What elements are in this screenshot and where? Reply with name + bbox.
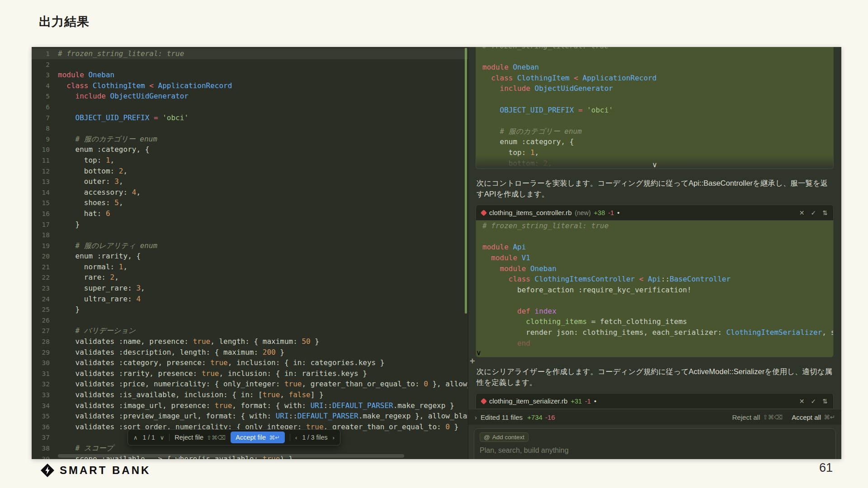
added-lines-count: +31 <box>571 398 582 405</box>
accept-file-icon[interactable]: ✓ <box>811 398 816 405</box>
accept-file-button[interactable]: Accept file ⌘↵ <box>231 432 285 443</box>
horizontal-scrollbar[interactable] <box>58 454 404 458</box>
total-added-count: +734 <box>527 413 542 421</box>
chevron-up-icon[interactable]: ∧ <box>133 434 138 441</box>
reject-all-button[interactable]: Reject all ⇧⌘⌫ <box>732 413 783 421</box>
expand-chevron-icon[interactable]: ∨ <box>476 349 481 357</box>
reject-file-icon[interactable]: ✕ <box>799 209 805 216</box>
unsaved-dot-icon: • <box>617 209 619 216</box>
expand-file-icon[interactable]: ⇅ <box>822 398 828 405</box>
add-context-chip[interactable]: @ Add context <box>480 432 528 442</box>
file-card-header[interactable]: clothing_items_controller.rb (new) +38 -… <box>476 205 833 221</box>
accept-all-shortcut: ⌘↵ <box>824 413 835 421</box>
reject-file-button[interactable]: Reject file ⇧⌘⌫ <box>175 434 226 441</box>
insert-plus-icon[interactable]: + <box>470 356 475 366</box>
file-card-header[interactable]: clothing_item_serializer.rb +31 -1 • ✕ ✓… <box>476 394 833 409</box>
slide-title: 出力結果 <box>39 14 90 30</box>
expand-file-icon[interactable]: ⇅ <box>822 209 828 216</box>
brand-name: SMART BANK <box>60 464 151 477</box>
file-name: clothing_item_serializer.rb <box>489 397 567 405</box>
editor-window: 1# frozen_string_literal: true2 3module … <box>32 47 841 459</box>
accept-all-button[interactable]: Accept all ⌘↵ <box>792 413 835 421</box>
edit-summary-bar: › Edited 11 files +734 -16 Reject all ⇧⌘… <box>468 409 841 425</box>
diff-block-model: # frozen_string_literal: true module One… <box>476 47 834 169</box>
toolbar-divider <box>290 434 290 441</box>
summary-actions: Reject all ⇧⌘⌫ Accept all ⌘↵ <box>732 413 835 421</box>
add-context-label: Add context <box>492 434 524 441</box>
toolbar-divider <box>169 434 170 441</box>
reject-all-label: Reject all <box>732 413 760 421</box>
prev-file-icon[interactable]: ‹ <box>295 434 297 441</box>
files-nav-count: 1 / 3 files <box>302 434 327 441</box>
reject-all-shortcut: ⇧⌘⌫ <box>763 413 783 421</box>
next-file-icon[interactable]: › <box>332 434 334 441</box>
added-lines-count: +38 <box>594 209 605 216</box>
unsaved-dot-icon: • <box>594 397 596 405</box>
assistant-message: 次にコントローラーを実装します。コーディング規約に従ってApi::BaseCon… <box>476 178 833 199</box>
code-lines: 1# frozen_string_literal: true2 3module … <box>32 47 468 459</box>
removed-lines-count: -1 <box>608 209 614 216</box>
ruby-file-icon <box>481 210 487 216</box>
diff-overview-ruler <box>465 48 467 314</box>
collapse-chevron-icon[interactable]: › <box>475 413 477 421</box>
accept-file-shortcut: ⌘↵ <box>269 434 280 441</box>
chat-input-placeholder: Plan, search, build anything <box>480 446 830 455</box>
accept-file-icon[interactable]: ✓ <box>811 209 816 216</box>
lightning-diamond-icon <box>41 464 54 477</box>
reject-file-icon[interactable]: ✕ <box>799 398 805 405</box>
ruby-file-icon <box>481 398 487 404</box>
assistant-message: 次にシリアライザーを作成します。コーディング規約に従ってActiveModel:… <box>476 366 833 388</box>
slide: { "slide": { "title": "出力結果", "brand": "… <box>0 0 868 488</box>
file-card-actions: ✕ ✓ ⇅ <box>799 209 828 216</box>
at-icon: @ <box>484 434 490 441</box>
file-card-actions: ✕ ✓ ⇅ <box>799 398 828 405</box>
edited-files-label: Edited 11 files <box>481 413 523 421</box>
total-removed-count: -16 <box>545 413 555 421</box>
expand-chevron-icon[interactable]: ∨ <box>652 161 657 169</box>
accept-all-label: Accept all <box>792 413 821 421</box>
smartbank-logo: SMART BANK <box>41 464 151 477</box>
removed-lines-count: -1 <box>585 398 591 405</box>
reject-file-shortcut: ⇧⌘⌫ <box>207 434 226 441</box>
diff-code: # frozen_string_literal: true module Api… <box>476 221 833 348</box>
page-number: 61 <box>819 461 833 475</box>
diff-nav-count: 1 / 1 <box>143 434 155 441</box>
chat-composer: › Edited 11 files +734 -16 Reject all ⇧⌘… <box>468 409 841 459</box>
reject-file-label: Reject file <box>175 434 203 441</box>
diff-review-toolbar: ∧ 1 / 1 ∨ Reject file ⇧⌘⌫ Accept file ⌘↵… <box>127 429 340 446</box>
file-name: clothing_items_controller.rb <box>489 209 572 216</box>
ai-chat-panel: # frozen_string_literal: true module One… <box>468 47 841 459</box>
file-new-badge: (new) <box>575 209 591 216</box>
chat-input-box[interactable]: @ Add context Plan, search, build anythi… <box>474 428 836 459</box>
file-diff-card-controller: clothing_items_controller.rb (new) +38 -… <box>476 205 834 357</box>
accept-file-label: Accept file <box>236 434 266 441</box>
code-editor-pane[interactable]: 1# frozen_string_literal: true2 3module … <box>32 47 468 459</box>
diff-code: # frozen_string_literal: true module One… <box>476 47 833 169</box>
chevron-down-icon[interactable]: ∨ <box>160 434 165 441</box>
